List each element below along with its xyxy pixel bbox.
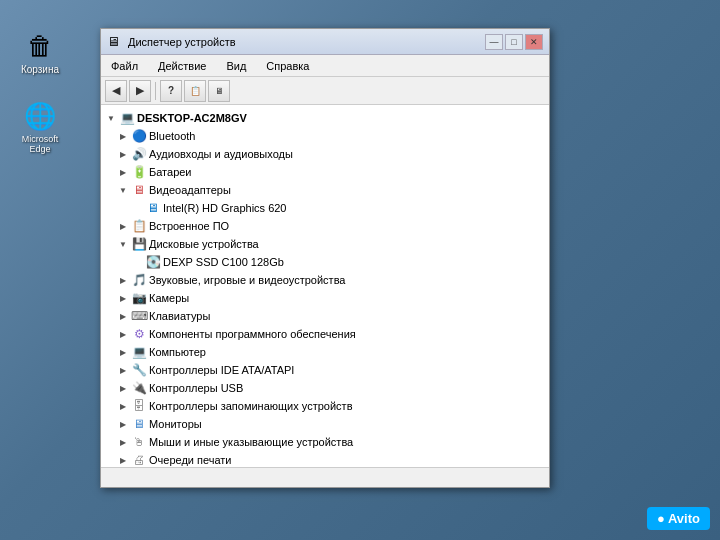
bluetooth-expand: ▶ [117,130,129,142]
status-bar [101,467,549,487]
dexp-icon: 💽 [145,254,161,270]
bios-icon: 📋 [131,218,147,234]
menu-help[interactable]: Справка [260,58,315,74]
audio-expand: ▶ [117,148,129,160]
tree-item-sound[interactable]: ▶ 🎵 Звуковые, игровые и видеоустройства [101,271,549,289]
keyboard-label: Клавиатуры [149,310,210,322]
tree-item-battery[interactable]: ▶ 🔋 Батареи [101,163,549,181]
device-manager-window: 🖥 Диспетчер устройств — □ ✕ Файл Действи… [100,28,550,488]
intel-gpu-label: Intel(R) HD Graphics 620 [163,202,287,214]
ide-expand: ▶ [117,364,129,376]
title-bar-controls: — □ ✕ [485,34,543,50]
mouse-label: Мыши и иные указывающие устройства [149,436,353,448]
software-label: Компоненты программного обеспечения [149,328,356,340]
camera-label: Камеры [149,292,189,304]
video-expand: ▼ [117,184,129,196]
title-bar-text: Диспетчер устройств [128,36,485,48]
tree-item-camera[interactable]: ▶ 📷 Камеры [101,289,549,307]
tree-item-bluetooth[interactable]: ▶ 🔵 Bluetooth [101,127,549,145]
computer-label: Компьютер [149,346,206,358]
intel-gpu-icon: 🖥 [145,200,161,216]
tree-item-usb[interactable]: ▶ 🔌 Контроллеры USB [101,379,549,397]
usb-label: Контроллеры USB [149,382,243,394]
keyboard-expand: ▶ [117,310,129,322]
back-button[interactable]: ◀ [105,80,127,102]
tree-item-monitor[interactable]: ▶ 🖥 Мониторы [101,415,549,433]
desktop: 🗑 Корзина 🌐 MicrosoftEdge 🖥 Диспетчер ус… [0,0,720,540]
mouse-icon: 🖱 [131,434,147,450]
title-bar: 🖥 Диспетчер устройств — □ ✕ [101,29,549,55]
disk-icon: 💾 [131,236,147,252]
monitor-label: Мониторы [149,418,202,430]
properties-button[interactable]: 📋 [184,80,206,102]
camera-expand: ▶ [117,292,129,304]
close-button[interactable]: ✕ [525,34,543,50]
desktop-icon-edge[interactable]: 🌐 MicrosoftEdge [10,100,70,154]
edge-icon: 🌐 [24,100,56,132]
tree-item-dexp[interactable]: ▶ 💽 DEXP SSD C100 128Gb [101,253,549,271]
avito-badge: ● Avito [647,507,710,530]
usb-expand: ▶ [117,382,129,394]
sound-expand: ▶ [117,274,129,286]
print-expand: ▶ [117,454,129,466]
audio-label: Аудиовходы и аудиовыходы [149,148,293,160]
tree-item-print[interactable]: ▶ 🖨 Очереди печати [101,451,549,467]
desktop-icon-korzina[interactable]: 🗑 Корзина [10,30,70,75]
toolbar-separator-1 [155,82,156,100]
root-label: DESKTOP-AC2M8GV [137,112,247,124]
dexp-label: DEXP SSD C100 128Gb [163,256,284,268]
help-button[interactable]: ? [160,80,182,102]
title-bar-icon: 🖥 [107,34,123,50]
computer-icon: 💻 [119,110,135,126]
disk-expand: ▼ [117,238,129,250]
forward-button[interactable]: ▶ [129,80,151,102]
ide-icon: 🔧 [131,362,147,378]
software-expand: ▶ [117,328,129,340]
tree-item-software[interactable]: ▶ ⚙ Компоненты программного обеспечения [101,325,549,343]
bios-expand: ▶ [117,220,129,232]
tree-item-storage-ctrl[interactable]: ▶ 🗄 Контроллеры запоминающих устройств [101,397,549,415]
device-button[interactable]: 🖥 [208,80,230,102]
video-icon: 🖥 [131,182,147,198]
tree-item-audio[interactable]: ▶ 🔊 Аудиовходы и аудиовыходы [101,145,549,163]
avito-label: ● Avito [657,511,700,526]
tree-item-computer[interactable]: ▶ 💻 Компьютер [101,343,549,361]
tree-item-video[interactable]: ▼ 🖥 Видеоадаптеры [101,181,549,199]
toolbar: ◀ ▶ ? 📋 🖥 [101,77,549,105]
menu-bar: Файл Действие Вид Справка [101,55,549,77]
mycomp-icon: 💻 [131,344,147,360]
tree-item-keyboard[interactable]: ▶ ⌨ Клавиатуры [101,307,549,325]
tree-item-bios[interactable]: ▶ 📋 Встроенное ПО [101,217,549,235]
battery-label: Батареи [149,166,192,178]
bluetooth-label: Bluetooth [149,130,195,142]
print-label: Очереди печати [149,454,232,466]
korzina-icon: 🗑 [24,30,56,62]
tree-item-intel-gpu[interactable]: ▶ 🖥 Intel(R) HD Graphics 620 [101,199,549,217]
software-icon: ⚙ [131,326,147,342]
tree-item-disk[interactable]: ▼ 💾 Дисковые устройства [101,235,549,253]
battery-expand: ▶ [117,166,129,178]
monitor-expand: ▶ [117,418,129,430]
mouse-expand: ▶ [117,436,129,448]
ide-label: Контроллеры IDE ATA/ATAPI [149,364,294,376]
tree-item-ide[interactable]: ▶ 🔧 Контроллеры IDE ATA/ATAPI [101,361,549,379]
menu-action[interactable]: Действие [152,58,212,74]
maximize-button[interactable]: □ [505,34,523,50]
printer-icon: 🖨 [131,452,147,467]
menu-view[interactable]: Вид [220,58,252,74]
device-tree[interactable]: ▼ 💻 DESKTOP-AC2M8GV ▶ 🔵 Bluetooth ▶ 🔊 Ау… [101,105,549,467]
storage-ctrl-icon: 🗄 [131,398,147,414]
menu-file[interactable]: Файл [105,58,144,74]
root-expand: ▼ [105,112,117,124]
storage-ctrl-expand: ▶ [117,400,129,412]
bios-label: Встроенное ПО [149,220,229,232]
tree-item-mouse[interactable]: ▶ 🖱 Мыши и иные указывающие устройства [101,433,549,451]
disk-label: Дисковые устройства [149,238,259,250]
edge-label: MicrosoftEdge [22,134,59,154]
video-label: Видеоадаптеры [149,184,231,196]
minimize-button[interactable]: — [485,34,503,50]
sound-label: Звуковые, игровые и видеоустройства [149,274,346,286]
usb-icon: 🔌 [131,380,147,396]
tree-root[interactable]: ▼ 💻 DESKTOP-AC2M8GV [101,109,549,127]
audio-icon: 🔊 [131,146,147,162]
